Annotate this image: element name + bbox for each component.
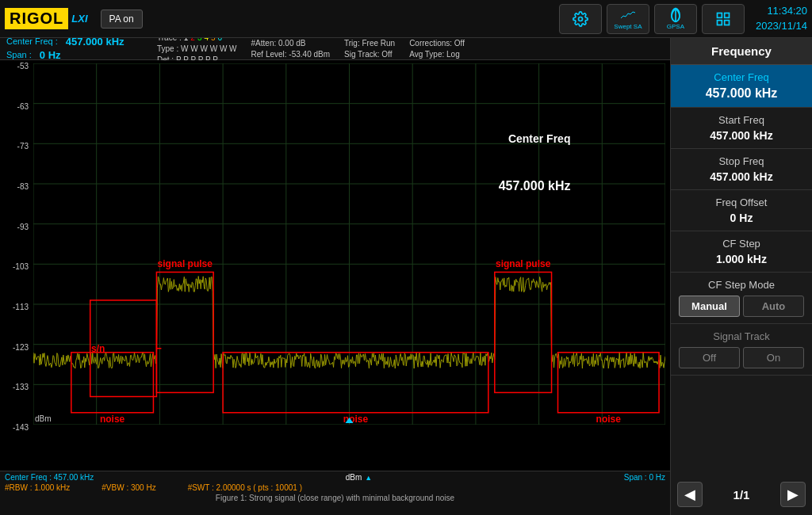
- y-axis-label: -63: [17, 103, 29, 111]
- freq-offset-menu-item[interactable]: Freq Offset 0 Hz: [671, 190, 812, 231]
- rbw-display: #RBW : 1.000 kHz: [5, 483, 70, 492]
- avg-type-display: Avg Type: Log: [409, 49, 465, 60]
- meas-info: #Atten: 0.00 dB Ref Level: -53.40 dBm: [251, 38, 331, 60]
- center-freq-menu-value: 457.000 kHz: [679, 86, 804, 101]
- ref-level-display: Ref Level: -53.40 dBm: [251, 49, 331, 60]
- y-axis-label: -133: [13, 383, 29, 391]
- y-axis-label: -123: [13, 344, 29, 352]
- center-freq-bottom: Center Freq : 457.00 kHz: [5, 473, 94, 482]
- bottom-line2: #RBW : 1.000 kHz #VBW : 300 Hz #SWT : 2.…: [5, 483, 665, 492]
- type-row: Type : W W W W W W: [157, 44, 237, 55]
- next-page-btn[interactable]: ▶: [780, 482, 806, 507]
- top-bar: RIGOL LXI PA on Swept SA GPSA: [0, 0, 812, 38]
- corrections-display: Corrections: Off: [409, 38, 465, 49]
- start-freq-menu-label: Start Freq: [679, 114, 804, 126]
- stop-freq-menu-label: Stop Freq: [679, 155, 804, 167]
- sig-track-display: Sig Track: Off: [344, 49, 395, 60]
- cf-step-menu-value: 1.000 kHz: [679, 253, 804, 265]
- swept-sa-label: Swept SA: [614, 23, 642, 30]
- signal-track-section: Signal Track Off On: [671, 324, 812, 376]
- bottom-line1: Center Freq : 457.00 kHz dBm ▲ Span : 0 …: [5, 473, 665, 482]
- svg-rect-6: [725, 20, 730, 25]
- auto-btn[interactable]: Auto: [743, 296, 804, 317]
- grid-icon-btn[interactable]: [702, 4, 745, 34]
- svg-point-0: [578, 17, 582, 21]
- signal-track-buttons: Off On: [679, 347, 804, 368]
- freq-info: Center Freq : 457.000 kHz Span : 0 Hz: [6, 38, 149, 62]
- freq-offset-menu-value: 0 Hz: [679, 212, 804, 224]
- manual-btn[interactable]: Manual: [679, 296, 740, 317]
- left-panel: Center Freq : 457.000 kHz Span : 0 Hz Tr…: [0, 38, 670, 515]
- y-axis-label: -93: [17, 223, 29, 231]
- top-icons: Swept SA GPSA: [559, 4, 745, 34]
- cf-step-menu-label: CF Step: [679, 238, 804, 250]
- pa-on-button[interactable]: PA on: [101, 10, 143, 29]
- swept-sa-icon-btn[interactable]: Swept SA: [607, 4, 649, 34]
- stop-freq-menu-value: 457.000 kHz: [679, 170, 804, 183]
- y-axis-label: -143: [13, 424, 29, 432]
- dbm-marker: dBm: [346, 473, 362, 482]
- figure-caption: Figure 1: Strong signal (close range) wi…: [5, 494, 665, 502]
- logo-lxi: LXI: [71, 13, 87, 25]
- datetime-display: 11:34:20 2023/11/14: [756, 4, 807, 32]
- atten-display: #Atten: 0.00 dB: [251, 38, 331, 49]
- y-axis-label: -113: [13, 303, 29, 311]
- spectrum-canvas: [33, 63, 665, 425]
- stop-freq-menu-item[interactable]: Stop Freq 457.000 kHz: [671, 149, 812, 190]
- right-panel-title: Frequency: [671, 38, 812, 65]
- gpsa-label: GPSA: [667, 23, 684, 30]
- trig-display: Trig: Free Run: [344, 38, 395, 49]
- page-indicator: 1/1: [733, 488, 750, 502]
- freq-offset-menu-label: Freq Offset: [679, 196, 804, 208]
- nav-row: ◀ 1/1 ▶: [671, 474, 812, 515]
- prev-page-btn[interactable]: ◀: [677, 482, 703, 507]
- cf-step-menu-item[interactable]: CF Step 1.000 kHz: [671, 231, 812, 273]
- gpsa-icon-btn[interactable]: GPSA: [654, 4, 697, 34]
- cf-step-mode-buttons: Manual Auto: [679, 296, 804, 317]
- center-freq-menu-item[interactable]: Center Freq 457.000 kHz: [671, 65, 812, 108]
- swt-display: #SWT : 2.00000 s ( pts : 10001 ): [188, 483, 302, 492]
- info-bar: Center Freq : 457.000 kHz Span : 0 Hz Tr…: [0, 38, 670, 60]
- center-freq-label: Center Freq :: [6, 38, 58, 49]
- right-panel: Frequency Center Freq 457.000 kHz Start …: [670, 38, 812, 515]
- logo-rigol: RIGOL: [5, 8, 68, 29]
- start-freq-menu-value: 457.000 kHz: [679, 129, 804, 142]
- track-off-btn[interactable]: Off: [679, 347, 740, 368]
- vbw-display: #VBW : 300 Hz: [102, 483, 155, 492]
- y-axis-label: -83: [17, 183, 29, 191]
- span-bottom: Span : 0 Hz: [624, 473, 665, 482]
- y-axis-label: -53: [17, 63, 29, 71]
- y-axis-label: -103: [13, 263, 29, 271]
- svg-rect-3: [717, 13, 722, 17]
- svg-rect-4: [725, 13, 730, 17]
- cf-step-mode-label: CF Step Mode: [679, 279, 804, 291]
- trig-info: Trig: Free Run Sig Track: Off: [344, 38, 395, 60]
- track-on-btn[interactable]: On: [743, 347, 804, 368]
- logo: RIGOL LXI: [5, 8, 88, 29]
- y-axis: -53-63-73-83-93-103-113-123-133-143: [0, 63, 32, 425]
- settings-icon-btn[interactable]: [559, 4, 602, 34]
- y-axis-label: -73: [17, 143, 29, 151]
- main-content: Center Freq : 457.000 kHz Span : 0 Hz Tr…: [0, 38, 812, 515]
- cf-step-mode-section: CF Step Mode Manual Auto: [671, 273, 812, 324]
- center-freq-menu-label: Center Freq: [679, 71, 804, 83]
- plot-area: -53-63-73-83-93-103-113-123-133-143: [0, 60, 670, 471]
- signal-track-label: Signal Track: [679, 330, 804, 342]
- corr-info: Corrections: Off Avg Type: Log: [409, 38, 465, 60]
- center-freq-value: 457.000 kHz: [66, 38, 124, 49]
- start-freq-menu-item[interactable]: Start Freq 457.000 kHz: [671, 108, 812, 149]
- svg-rect-5: [717, 20, 722, 25]
- bottom-bar: Center Freq : 457.00 kHz dBm ▲ Span : 0 …: [0, 471, 670, 515]
